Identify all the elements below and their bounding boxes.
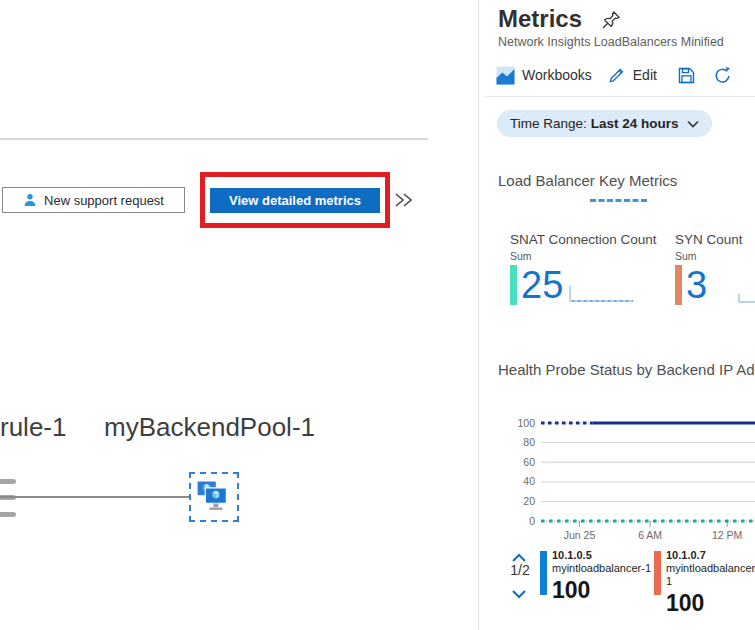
legend-page-up-button[interactable] bbox=[510, 550, 528, 562]
tab-indicator bbox=[590, 199, 647, 202]
metric-value: 3 bbox=[686, 265, 707, 305]
legend-page-indicator: 1/2 bbox=[503, 562, 537, 578]
save-icon bbox=[677, 66, 696, 85]
legend-page-down-button[interactable] bbox=[510, 586, 528, 598]
panel-separator bbox=[478, 0, 479, 630]
horizontal-divider bbox=[0, 138, 428, 140]
svg-text:Jun 25: Jun 25 bbox=[564, 529, 596, 541]
legend-value: 100 bbox=[552, 577, 651, 604]
chart-title: Health Probe Status by Backend IP Addres… bbox=[498, 361, 755, 378]
svg-text:60: 60 bbox=[523, 456, 535, 468]
legend-color-bar bbox=[540, 551, 547, 595]
refresh-icon bbox=[713, 66, 732, 85]
legend-color-bar bbox=[654, 551, 661, 595]
time-range-prefix: Time Range: bbox=[510, 116, 587, 131]
legend-name: myintloadbalancer-1 bbox=[552, 562, 651, 575]
time-range-value: Last 24 hours bbox=[591, 116, 679, 131]
backend-pool-icon bbox=[193, 476, 235, 518]
view-detailed-metrics-button[interactable]: View detailed metrics bbox=[210, 188, 380, 213]
new-support-request-button[interactable]: New support request bbox=[2, 187, 185, 213]
backend-pool-label: myBackendPool-1 bbox=[104, 412, 315, 443]
save-button[interactable] bbox=[677, 66, 696, 85]
svg-text:20: 20 bbox=[523, 495, 535, 507]
svg-text:12 PM: 12 PM bbox=[712, 529, 742, 541]
legend-ip: 10.1.0.7 bbox=[666, 549, 755, 562]
rule-label: rule-1 bbox=[0, 412, 66, 443]
workbooks-label: Workbooks bbox=[522, 67, 592, 83]
metric-value: 25 bbox=[521, 265, 563, 305]
legend-item[interactable]: 10.1.0.7 myintloadbalancer-1 100 bbox=[666, 549, 755, 617]
screenshot-root: New support request View detailed metric… bbox=[0, 0, 755, 630]
metric-bar bbox=[510, 265, 517, 305]
time-range-picker[interactable]: Time Range: Last 24 hours bbox=[497, 110, 712, 137]
page-title: Metrics bbox=[498, 5, 582, 33]
pin-icon[interactable] bbox=[601, 10, 621, 30]
person-icon bbox=[23, 193, 37, 207]
metric-bar bbox=[675, 265, 682, 305]
chevron-down-icon bbox=[687, 120, 699, 128]
connector-stub bbox=[0, 512, 16, 517]
metric-sparkline bbox=[737, 293, 755, 305]
backend-pool-node[interactable] bbox=[189, 472, 239, 522]
edit-pencil-icon bbox=[608, 66, 626, 84]
svg-text:0: 0 bbox=[529, 515, 535, 527]
page-subtitle: Network Insights LoadBalancers Minified bbox=[498, 35, 724, 49]
new-support-request-label: New support request bbox=[44, 193, 164, 208]
health-probe-chart[interactable]: 020406080100Jun 256 AM12 PM bbox=[505, 410, 755, 550]
legend-value: 100 bbox=[666, 590, 755, 617]
edit-button[interactable]: Edit bbox=[608, 66, 657, 84]
toolbar-divider bbox=[485, 96, 755, 97]
metric-aggregation: Sum bbox=[510, 250, 680, 262]
svg-text:40: 40 bbox=[523, 475, 535, 487]
topology-connector-line bbox=[0, 496, 190, 498]
workbooks-icon bbox=[496, 66, 515, 85]
connector-stub bbox=[0, 479, 16, 484]
section-title-key-metrics: Load Balancer Key Metrics bbox=[498, 172, 677, 189]
metric-title: SYN Count bbox=[675, 232, 755, 247]
double-chevron-icon[interactable] bbox=[393, 191, 415, 209]
legend-name: myintloadbalancer-1 bbox=[666, 562, 755, 588]
svg-text:80: 80 bbox=[523, 436, 535, 448]
metric-title: SNAT Connection Count bbox=[510, 232, 680, 247]
legend-item[interactable]: 10.1.0.5 myintloadbalancer-1 100 bbox=[552, 549, 651, 604]
metric-aggregation: Sum bbox=[675, 250, 755, 262]
metric-sparkline bbox=[569, 273, 635, 304]
edit-label: Edit bbox=[633, 67, 657, 83]
workbooks-button[interactable]: Workbooks bbox=[496, 66, 592, 85]
svg-text:6 AM: 6 AM bbox=[638, 529, 662, 541]
toolbar: Workbooks Edit bbox=[496, 62, 732, 88]
legend-ip: 10.1.0.5 bbox=[552, 549, 651, 562]
svg-text:100: 100 bbox=[517, 417, 535, 429]
refresh-button[interactable] bbox=[713, 66, 732, 85]
highlight-annotation-box: View detailed metrics bbox=[200, 172, 390, 228]
